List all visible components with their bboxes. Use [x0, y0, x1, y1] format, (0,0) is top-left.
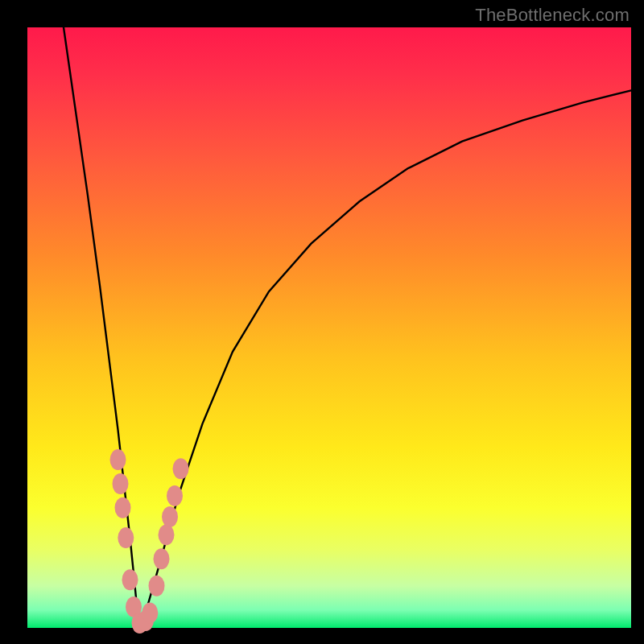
marker-point: [113, 473, 129, 494]
marker-point: [122, 569, 138, 590]
marker-point: [142, 602, 158, 623]
curve-right-branch: [140, 90, 632, 625]
marker-point: [118, 527, 134, 548]
marker-point: [159, 524, 175, 545]
marker-point: [167, 485, 183, 506]
plot-area: [27, 27, 631, 628]
marker-point: [149, 576, 165, 597]
marker-point: [162, 506, 178, 527]
chart-frame: TheBottleneck.com: [0, 0, 644, 644]
marker-point: [110, 449, 126, 470]
marker-point: [154, 548, 170, 569]
chart-svg: [27, 27, 631, 628]
marker-point: [173, 458, 189, 479]
marker-cluster: [110, 449, 189, 634]
marker-point: [115, 497, 131, 518]
watermark-text: TheBottleneck.com: [475, 5, 630, 26]
